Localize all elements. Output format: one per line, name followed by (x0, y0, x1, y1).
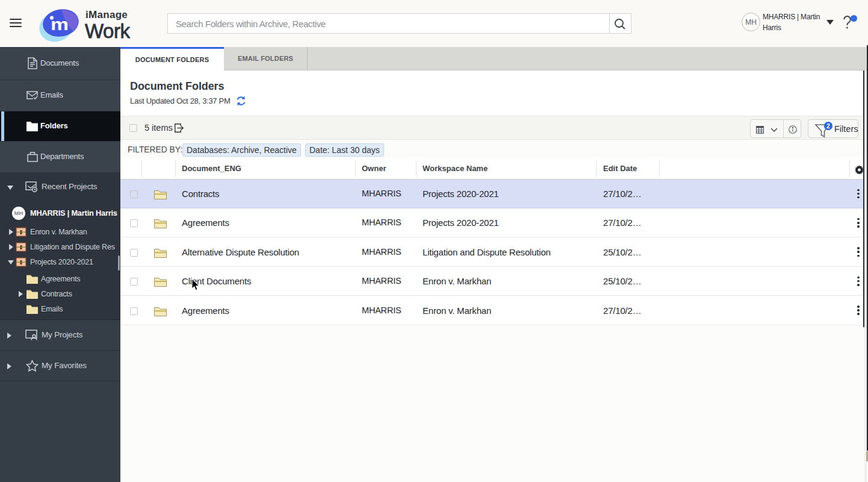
svg-text:m: m (51, 15, 69, 34)
